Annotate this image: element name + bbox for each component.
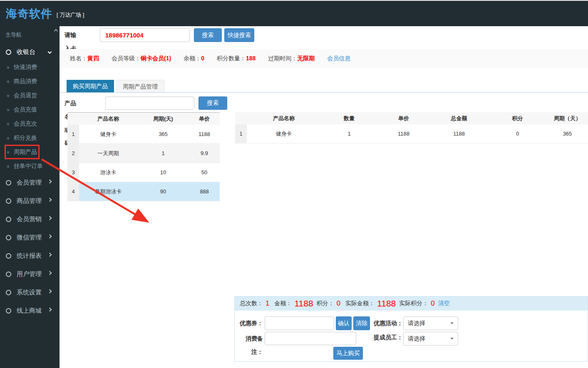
sidebar-section-label: 主导航 bbox=[0, 26, 60, 37]
table-row[interactable]: 3 游泳卡 10 50 bbox=[67, 163, 220, 182]
app-header: 海奇软件 [ 万达广场 ] bbox=[0, 1, 588, 26]
bullet-icon bbox=[7, 95, 9, 97]
sidebar-item-label: 快速消费 bbox=[14, 64, 37, 71]
product-search-button[interactable]: 搜索 bbox=[198, 96, 227, 110]
coupon-clear-button[interactable]: 清除 bbox=[353, 316, 370, 330]
cart-row[interactable]: 1 健身卡 1 1188 1188 0 365 bbox=[235, 124, 588, 143]
cell-points: 0 bbox=[488, 124, 547, 143]
row-index: 4 bbox=[67, 182, 79, 201]
member-info-link[interactable]: 会员信息 bbox=[327, 55, 350, 62]
table-header-row: 产品名称 周期(天) 单价 bbox=[67, 113, 220, 125]
sidebar-item-system-settings[interactable]: 系统设置 bbox=[0, 283, 60, 301]
summary-points-label: 积分： bbox=[317, 300, 334, 307]
cell-product-name: 健身卡 bbox=[247, 124, 321, 143]
circle-icon bbox=[6, 272, 11, 277]
cell-product-name: 游泳卡 bbox=[79, 163, 137, 182]
quick-search-button[interactable]: 快捷搜索 bbox=[224, 28, 254, 42]
cell-period: 10 bbox=[137, 163, 189, 182]
header-total: 总金额 bbox=[430, 112, 488, 124]
coupon-input[interactable] bbox=[265, 316, 334, 330]
bullet-icon bbox=[7, 67, 9, 69]
cell-price: 1188 bbox=[377, 124, 430, 143]
sidebar-item-label: 用户管理 bbox=[17, 270, 42, 278]
remark-input[interactable] bbox=[265, 332, 356, 345]
chevron-right-icon bbox=[48, 198, 52, 202]
sidebar-item-member-marketing[interactable]: 会员营销 bbox=[0, 210, 60, 228]
buy-now-button[interactable]: 马上购买 bbox=[333, 347, 363, 360]
cell-price: 50 bbox=[189, 163, 220, 182]
chevron-down-icon bbox=[48, 50, 52, 54]
header-product-name: 产品名称 bbox=[247, 112, 321, 124]
sidebar-root-menu: 会员管理 商品管理 会员营销 微信管理 统计报表 用户管理 系统设置 线上商城 bbox=[0, 173, 60, 320]
sidebar-item-user-mgmt[interactable]: 用户管理 bbox=[0, 265, 60, 283]
coupon-confirm-button[interactable]: 确认 bbox=[336, 316, 352, 330]
purchase-panel: 总次数：1 金额：1188 积分：0 实际金额：1188 实际积分：0 清空 优… bbox=[234, 296, 588, 362]
header-price: 单价 bbox=[377, 112, 430, 124]
header-price: 单价 bbox=[189, 113, 220, 125]
header-no bbox=[235, 112, 247, 124]
activity-select-value: 请选择 bbox=[408, 320, 425, 327]
staff-select[interactable]: 请选择 bbox=[403, 332, 458, 346]
circle-icon bbox=[6, 290, 11, 295]
sidebar-item-member-times[interactable]: 会员充次 bbox=[0, 117, 60, 131]
sidebar-item-goods-mgmt[interactable]: 商品管理 bbox=[0, 192, 60, 210]
summary-amount-label: 金额： bbox=[274, 300, 292, 307]
sidebar-item-cashier[interactable]: 收银台 bbox=[0, 44, 60, 60]
sidebar-item-reports[interactable]: 统计报表 bbox=[0, 247, 60, 265]
tab-bar: 购买周期产品 周期产品管理 bbox=[67, 80, 164, 92]
search-button[interactable]: 搜索 bbox=[194, 28, 222, 42]
table-row[interactable]: 1 健身卡 365 1188 bbox=[67, 125, 220, 144]
sidebar-item-pending-orders[interactable]: 挂单中订单 bbox=[0, 159, 60, 173]
caret-down-icon bbox=[450, 338, 454, 340]
summary-actual-amount-label: 实际金额： bbox=[345, 300, 375, 307]
tab-buy-period-product[interactable]: 购买周期产品 bbox=[67, 80, 114, 92]
row-index: 1 bbox=[235, 124, 247, 143]
sidebar-item-goods-consume[interactable]: 商品消费 bbox=[0, 74, 60, 89]
circle-icon bbox=[6, 49, 11, 55]
sidebar-item-label: 周期产品 bbox=[14, 148, 37, 156]
circle-icon bbox=[6, 308, 11, 314]
coupon-label: 优惠券： bbox=[236, 316, 263, 330]
table-header-row: 产品名称 数量 单价 总金额 积分 周期（天） bbox=[235, 112, 588, 124]
sidebar-item-label: 商品消费 bbox=[14, 78, 37, 85]
sidebar-item-quick-consume[interactable]: 快速消费 bbox=[0, 60, 60, 74]
sidebar-item-label: 会员营销 bbox=[17, 215, 42, 223]
cell-product-name: 健身卡 bbox=[79, 125, 137, 143]
activity-label: 优惠活动： bbox=[371, 316, 403, 330]
chevron-right-icon bbox=[48, 235, 52, 239]
member-name: 姓名：黄四 bbox=[70, 55, 99, 62]
cell-price: 1188 bbox=[189, 125, 220, 143]
member-points: 积分数量：188 bbox=[217, 55, 256, 62]
table-row[interactable]: 2 一天周期 1 9.9 bbox=[67, 144, 220, 163]
clear-cart-link[interactable]: 清空 bbox=[438, 300, 450, 307]
cell-product-name: 暑期游泳卡 bbox=[79, 182, 137, 201]
bullet-icon bbox=[7, 109, 9, 111]
product-search-input[interactable] bbox=[105, 96, 194, 110]
sidebar-item-wechat-mgmt[interactable]: 微信管理 bbox=[0, 228, 60, 247]
card-number-input[interactable] bbox=[100, 28, 190, 42]
sidebar-item-online-mall[interactable]: 线上商城 bbox=[0, 301, 60, 320]
chevron-right-icon bbox=[48, 253, 52, 257]
bullet-icon bbox=[7, 123, 9, 125]
cell-period: 365 bbox=[137, 125, 189, 143]
sidebar-item-member-return[interactable]: 会员退货 bbox=[0, 89, 60, 103]
chevron-right-icon bbox=[48, 271, 52, 275]
sidebar-item-period-product[interactable]: 周期产品 bbox=[0, 145, 60, 159]
main-content: 请输入卡号： 搜索 快捷搜索 姓名：黄四 会员等级：铜卡会员(1) 余额：0 积… bbox=[60, 26, 588, 368]
cell-qty: 1 bbox=[321, 124, 377, 143]
circle-icon bbox=[6, 217, 11, 222]
summary-actual-amount-value: 1188 bbox=[377, 299, 396, 309]
app-window: 海奇软件 [ 万达广场 ] 主导航 收银台 快速消费 商品消费 会员退货 会员充… bbox=[0, 0, 588, 368]
cart-table: 产品名称 数量 单价 总金额 积分 周期（天） 1 健身卡 1 1188 118… bbox=[235, 112, 588, 143]
sidebar-item-label: 线上商城 bbox=[17, 307, 42, 315]
sidebar-item-member-mgmt[interactable]: 会员管理 bbox=[0, 173, 60, 192]
header-qty: 数量 bbox=[321, 112, 377, 124]
bullet-icon bbox=[7, 137, 9, 139]
sidebar-item-points-exchange[interactable]: 积分兑换 bbox=[0, 131, 60, 145]
summary-actual-points-value: 0 bbox=[431, 299, 434, 308]
sidebar-item-member-recharge[interactable]: 会员充值 bbox=[0, 103, 60, 117]
activity-select[interactable]: 请选择 bbox=[403, 316, 458, 330]
tab-period-product-mgmt[interactable]: 周期产品管理 bbox=[116, 80, 164, 92]
table-row-selected[interactable]: 4 暑期游泳卡 90 888 bbox=[67, 182, 220, 201]
circle-icon bbox=[6, 235, 11, 240]
